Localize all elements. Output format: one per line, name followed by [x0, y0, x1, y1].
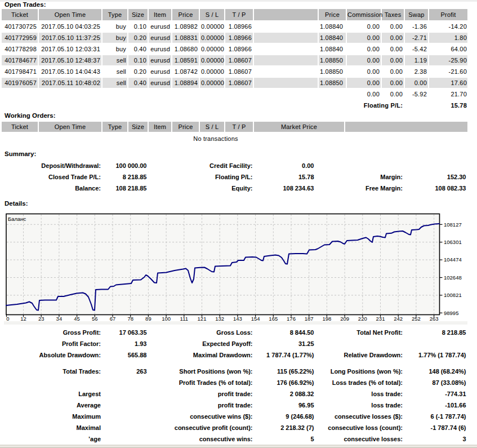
svg-text:104474: 104474 [444, 256, 462, 263]
svg-text:102648: 102648 [444, 274, 462, 281]
svg-text:121: 121 [198, 316, 207, 322]
svg-text:252: 252 [412, 316, 421, 322]
svg-text:100821: 100821 [444, 292, 462, 298]
svg-text:154: 154 [251, 316, 260, 322]
svg-text:98995: 98995 [444, 310, 458, 316]
svg-text:Баланс: Баланс [8, 216, 26, 222]
svg-text:132: 132 [215, 316, 224, 322]
svg-text:0: 0 [6, 316, 9, 322]
svg-text:165: 165 [269, 316, 278, 322]
svg-text:34: 34 [56, 316, 63, 322]
svg-text:89: 89 [145, 316, 151, 322]
svg-text:56: 56 [92, 316, 98, 322]
svg-text:12: 12 [20, 316, 26, 322]
svg-text:220: 220 [358, 316, 367, 322]
svg-text:242: 242 [394, 316, 403, 322]
svg-text:143: 143 [233, 316, 242, 322]
svg-text:78: 78 [127, 316, 133, 322]
svg-text:23: 23 [38, 316, 44, 322]
svg-text:231: 231 [376, 316, 385, 322]
svg-text:198: 198 [322, 316, 331, 322]
svg-text:100: 100 [162, 316, 171, 322]
svg-text:176: 176 [287, 316, 296, 322]
svg-text:263: 263 [430, 316, 439, 322]
svg-text:209: 209 [340, 316, 349, 322]
svg-text:106301: 106301 [444, 239, 462, 245]
svg-text:111: 111 [180, 316, 188, 322]
svg-text:108127: 108127 [444, 221, 462, 228]
svg-text:187: 187 [305, 316, 314, 322]
svg-text:45: 45 [74, 316, 80, 322]
svg-text:67: 67 [110, 316, 116, 322]
